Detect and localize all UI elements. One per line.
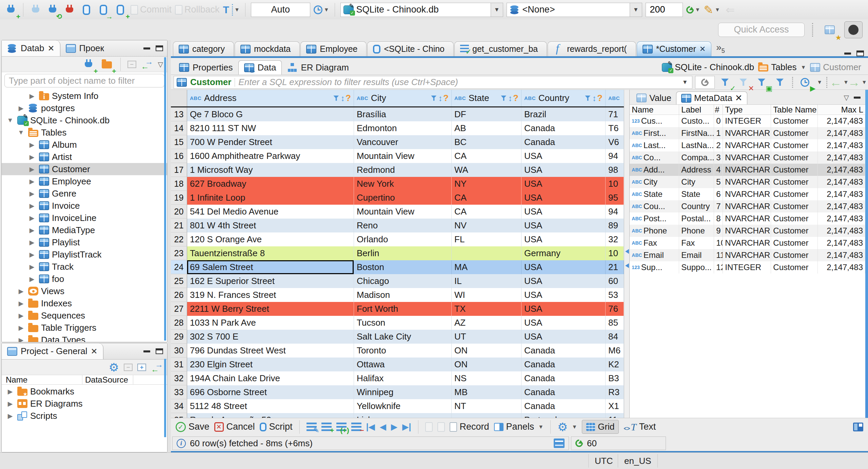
cell-column-name[interactable]: ABCFax: [630, 237, 679, 249]
tree-item[interactable]: ▶ System Info: [2, 90, 167, 102]
cell-address[interactable]: 302 S 700 E: [187, 330, 354, 344]
custom-filter-button[interactable]: [772, 76, 788, 89]
link-with-editor-button[interactable]: [151, 363, 163, 372]
cell-state[interactable]: NS: [452, 371, 521, 385]
cell-ordinal[interactable]: 2: [714, 139, 723, 151]
cell-type[interactable]: NVARCHAR: [723, 188, 771, 200]
row-number-cell[interactable]: 23: [171, 246, 187, 260]
dbeaver-perspective-button[interactable]: [844, 21, 863, 38]
column-header-name[interactable]: Name: [2, 375, 82, 384]
auto-refresh-button[interactable]: ▶: [797, 76, 813, 89]
auto-sync-button[interactable]: ▼: [686, 2, 701, 17]
grid-scrollbar[interactable]: [624, 90, 629, 418]
tab-metadata[interactable]: MetaData ✕: [676, 91, 748, 104]
tree-item[interactable]: ▶ Playlist: [2, 236, 167, 248]
column-header-max-length[interactable]: Max L: [818, 105, 865, 115]
table-row[interactable]: 29 302 S 700 E Salt Lake City UT USA 84: [171, 330, 624, 344]
cell-type[interactable]: NVARCHAR: [723, 249, 771, 261]
sort-icon[interactable]: ↕: [508, 94, 512, 103]
breadcrumb-tables[interactable]: Tables ▼: [758, 62, 806, 73]
tree-item[interactable]: ▶ Data Types: [2, 334, 167, 342]
twistie-icon[interactable]: ▶: [27, 92, 36, 100]
open-sql-script-button[interactable]: →: [97, 2, 110, 17]
row-number-cell[interactable]: 15: [171, 135, 187, 149]
maximize-icon[interactable]: [156, 348, 163, 354]
cell-max-length[interactable]: 2,147,483: [818, 176, 865, 188]
cell-column-name[interactable]: ABCCo...: [630, 151, 679, 164]
tree-item[interactable]: ▶ Genre: [2, 187, 167, 200]
twistie-icon[interactable]: ▶: [17, 300, 25, 307]
close-icon[interactable]: ✕: [735, 93, 743, 103]
toggle-panel-button[interactable]: [853, 423, 863, 431]
row-number-cell[interactable]: 17: [171, 163, 187, 177]
presentation-settings-button[interactable]: ⚙▼: [557, 421, 577, 433]
tab-database-navigator[interactable]: Datab ✕: [2, 40, 60, 56]
new-folder-button[interactable]: +: [100, 57, 114, 72]
cell-city[interactable]: Boston: [354, 260, 452, 274]
cell-label[interactable]: Address: [679, 164, 714, 176]
twistie-icon[interactable]: ▼: [6, 117, 15, 124]
cell-address[interactable]: 1 Infinite Loop: [187, 191, 354, 205]
cell-label[interactable]: Phone: [679, 225, 714, 237]
twistie-icon[interactable]: ▶: [17, 104, 25, 112]
cell-state[interactable]: NV: [452, 219, 521, 232]
cell-city[interactable]: Orlando: [354, 232, 452, 246]
cell-max-length[interactable]: 2,147,483: [818, 249, 865, 261]
cell-city[interactable]: Mountain View: [354, 205, 452, 219]
row-number-cell[interactable]: 31: [171, 358, 187, 371]
cell-state[interactable]: MA: [452, 260, 521, 274]
duplicate-row-button[interactable]: (+): [336, 423, 347, 431]
twistie-icon[interactable]: ▶: [6, 412, 15, 420]
cell-table-name[interactable]: Customer: [771, 188, 818, 200]
table-row[interactable]: 26 319 N. Frances Street Madison WI USA …: [171, 288, 624, 302]
column-header-postalcode[interactable]: ABC: [606, 90, 624, 106]
cell-address[interactable]: 319 N. Frances Street: [187, 288, 354, 302]
cell-city[interactable]: Fort Worth: [354, 302, 452, 316]
cell-label[interactable]: City: [679, 176, 714, 188]
tree-item[interactable]: ▶ Employee: [2, 175, 167, 187]
table-row[interactable]: 31 230 Elgin Street Ottawa ON Canada K2: [171, 358, 624, 371]
cell-postalcode[interactable]: V6: [606, 135, 624, 149]
metadata-row[interactable]: ABCPost... Postal... 8 NVARCHAR Customer…: [630, 212, 865, 225]
metadata-row[interactable]: 123Sup... Suppo... 12 INTEGER Customer 2…: [630, 261, 865, 273]
cell-country[interactable]: Canada: [521, 385, 606, 399]
twistie-icon[interactable]: ▶: [27, 214, 36, 222]
cell-city[interactable]: Brasília: [354, 107, 452, 121]
cell-country[interactable]: USA: [521, 177, 606, 191]
tab-data[interactable]: Data: [238, 60, 282, 75]
cell-postalcode[interactable]: 21: [606, 260, 624, 274]
cell-postalcode[interactable]: 10: [606, 177, 624, 191]
table-row[interactable]: 15 700 W Pender Street Vancouver BC Cana…: [171, 135, 624, 149]
cell-type[interactable]: NVARCHAR: [723, 212, 771, 225]
twistie-icon[interactable]: ▶: [27, 202, 36, 210]
disconnect-button[interactable]: [63, 2, 76, 17]
cell-address[interactable]: Qe 7 Bloco G: [187, 107, 354, 121]
table-row[interactable]: 25 162 E Superior Street Chicago IL USA …: [171, 274, 624, 288]
cell-city[interactable]: Reno: [354, 219, 452, 232]
metadata-row[interactable]: ABCFirst... FirstNa... 1 NVARCHAR Custom…: [630, 127, 865, 139]
metadata-row[interactable]: ABCAdd... Address 4 NVARCHAR Customer 2,…: [630, 164, 865, 176]
cell-column-name[interactable]: ABCCou...: [630, 200, 679, 212]
tree-item[interactable]: ▶ Customer: [2, 163, 167, 175]
active-connection-combo[interactable]: SQLite - Chinook.db ▼: [340, 3, 503, 17]
cell-country[interactable]: USA: [521, 149, 606, 163]
cell-postalcode[interactable]: 95: [606, 191, 624, 205]
record-mode-button[interactable]: Record: [450, 422, 489, 432]
cell-state[interactable]: AB: [452, 121, 521, 135]
cell-label[interactable]: Country: [679, 200, 714, 212]
cell-country[interactable]: Canada: [521, 135, 606, 149]
cell-address[interactable]: 120 S Orange Ave: [187, 232, 354, 246]
cell-postalcode[interactable]: R3: [606, 385, 624, 399]
cell-country[interactable]: USA: [521, 205, 606, 219]
cell-address[interactable]: 69 Salem Street: [187, 260, 354, 274]
tree-item[interactable]: ▶ Invoice: [2, 200, 167, 212]
cell-country[interactable]: Canada: [521, 121, 606, 135]
twistie-icon[interactable]: ▶: [27, 239, 36, 246]
cell-ordinal[interactable]: 10: [714, 237, 723, 249]
cell-state[interactable]: TX: [452, 302, 521, 316]
view-menu-icon[interactable]: ▽: [844, 94, 849, 102]
cell-city[interactable]: Toronto: [354, 344, 452, 358]
column-header-address[interactable]: ABC Address ↕?: [187, 90, 354, 106]
new-connection-button[interactable]: +: [82, 57, 95, 72]
twistie-icon[interactable]: ▶: [17, 312, 25, 320]
